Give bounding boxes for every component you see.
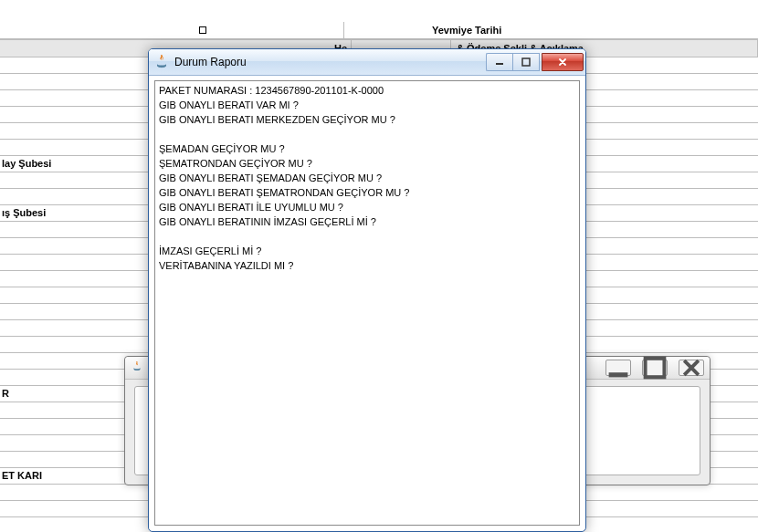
bg-dialog-max-button[interactable] <box>642 360 668 376</box>
close-button[interactable] <box>542 53 584 71</box>
dialog-title: Durum Raporu <box>174 56 486 68</box>
svg-rect-1 <box>646 359 665 378</box>
svg-rect-3 <box>522 58 530 66</box>
maximize-button[interactable] <box>512 53 540 71</box>
bg-top-row: Yevmiye Tarihi <box>0 22 758 39</box>
bg-col-yevmiye: Yevmiye Tarihi <box>344 22 758 38</box>
java-icon <box>154 55 169 69</box>
selection-handle[interactable] <box>199 26 206 34</box>
svg-rect-2 <box>496 63 503 65</box>
minimize-button[interactable] <box>486 53 512 71</box>
bg-dialog-close-button[interactable] <box>679 360 704 376</box>
java-icon <box>131 360 143 373</box>
dialog-titlebar[interactable]: Durum Raporu <box>149 49 585 76</box>
status-report-dialog: Durum Raporu PAKET NUMARASI : 1234567890… <box>148 48 586 532</box>
bg-dialog-min-button[interactable] <box>605 360 631 376</box>
report-textarea[interactable]: PAKET NUMARASI : 1234567890-201101-K-000… <box>154 80 580 526</box>
svg-rect-0 <box>609 372 628 377</box>
